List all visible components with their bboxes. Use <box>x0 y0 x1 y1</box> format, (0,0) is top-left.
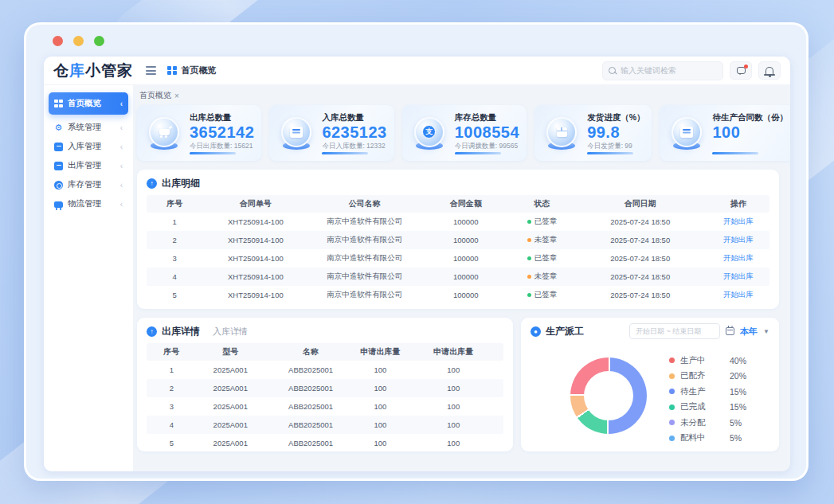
card-value: 99.8 <box>587 123 644 142</box>
request-qty: 100 <box>357 420 403 429</box>
request-qty: 100 <box>357 384 403 393</box>
search-input[interactable] <box>621 66 717 75</box>
stock-3d-icon: 支 <box>414 117 444 147</box>
search-icon <box>609 67 617 75</box>
inbound-3d-icon <box>281 117 311 147</box>
item-name: ABB2025001 <box>264 365 357 374</box>
notification-badge <box>744 64 748 68</box>
outbound-panel-icon: ↑ <box>147 178 157 189</box>
status-dot <box>527 256 531 260</box>
company-name: 南京中造软件有限公司 <box>308 290 421 300</box>
notifications-button[interactable] <box>758 61 781 80</box>
card-title: 待生产合同数（份） <box>712 112 788 123</box>
legend-item: 配料中5% <box>669 431 746 447</box>
contract-no: XHT250914-100 <box>202 291 308 299</box>
tab-label: 首页概览 <box>139 90 171 101</box>
sidebar-item-system[interactable]: ⚙ 系统管理 ‹ <box>49 119 128 136</box>
table-row: 5 2025A001 ABB2025001 100 100 <box>147 434 503 451</box>
card-underline <box>587 152 633 154</box>
card-underline <box>455 152 501 154</box>
sidebar-item-logistics[interactable]: 物流管理 ‹ <box>49 195 128 213</box>
column-header: 序号 <box>147 346 197 357</box>
maximize-window-button[interactable] <box>94 36 104 46</box>
card-value: 1008554 <box>455 123 519 142</box>
close-window-button[interactable] <box>53 36 63 46</box>
date-range-input[interactable] <box>629 323 720 339</box>
package-3d-icon <box>546 117 577 147</box>
chart-legend: 生产中40% 已配齐20% 待生产15% 已完成15% 未分配5% 配料中5% <box>669 353 746 446</box>
card-sub: 今日出库数量: 15621 <box>190 142 254 150</box>
tab-close-icon[interactable]: × <box>174 92 179 100</box>
breadcrumb: 首页概览 <box>182 64 217 76</box>
stat-card-pending-contracts: 待生产合同数（份） 100 <box>660 105 790 161</box>
table-row: 3 2025A001 ABB2025001 100 100 <box>147 397 503 416</box>
app-root: 仓库小管家 首页概览 <box>44 57 790 471</box>
row-index: 1 <box>147 217 202 226</box>
sidebar-item-home[interactable]: 首页概览 ‹ <box>49 92 128 115</box>
start-outbound-link[interactable]: 开始出库 <box>723 290 754 299</box>
panel-title: 出库明细 <box>162 177 200 190</box>
request-qty: 100 <box>357 439 403 447</box>
start-outbound-link[interactable]: 开始出库 <box>723 235 754 244</box>
legend-dot <box>669 404 675 410</box>
messages-button[interactable] <box>730 61 752 80</box>
legend-item: 未分配5% <box>669 415 746 431</box>
sidebar-item-inventory[interactable]: 库存管理 ‹ <box>49 176 128 193</box>
contract-amount: 100000 <box>421 291 511 299</box>
chevron-icon: ‹ <box>120 162 123 170</box>
contract-date: 2025-07-24 18:50 <box>574 217 707 226</box>
sidebar-item-label: 系统管理 <box>68 122 101 133</box>
status-dot <box>527 220 531 224</box>
sidebar-item-outbound[interactable]: 出库管理 ‹ <box>49 157 128 174</box>
start-outbound-link[interactable]: 开始出库 <box>723 217 754 225</box>
panel-title: 生产派工 <box>546 325 584 338</box>
request-qty: 100 <box>404 420 503 429</box>
status-badge: 未签章 <box>527 235 558 245</box>
legend-item: 生产中40% <box>669 353 746 369</box>
legend-dot <box>669 436 675 441</box>
column-header: 申请出库量 <box>357 346 403 357</box>
minimize-window-button[interactable] <box>73 36 84 46</box>
row-index: 2 <box>147 236 202 244</box>
sidebar-item-label: 入库管理 <box>68 141 101 152</box>
card-title: 出库总数量 <box>190 112 254 123</box>
card-underline <box>712 152 758 154</box>
card-sub: 今日调拨数量: 99565 <box>455 142 519 150</box>
tab-home-overview[interactable]: 首页概览 × <box>137 90 182 101</box>
card-title: 库存总数量 <box>455 112 519 123</box>
sidebar-item-label: 物流管理 <box>68 198 101 209</box>
card-sub <box>712 142 788 150</box>
status-dot <box>527 275 531 279</box>
table-row: 4 XHT250914-100 南京中造软件有限公司 100000 未签章 20… <box>147 268 769 286</box>
legend-item: 已完成15% <box>669 400 746 416</box>
tab-outbound-detail[interactable]: 出库详情 <box>162 325 200 338</box>
contract-3d-icon <box>672 117 702 147</box>
window-controls <box>53 36 104 46</box>
start-outbound-link[interactable]: 开始出库 <box>723 272 754 280</box>
tab-strip: 首页概览 × <box>137 88 779 104</box>
search-box[interactable] <box>602 61 723 80</box>
request-qty: 100 <box>404 384 503 393</box>
collapse-sidebar-icon[interactable] <box>146 66 156 75</box>
card-title: 入库总数量 <box>322 112 386 123</box>
logo-text-highlight: 库 <box>69 62 85 79</box>
stat-card-stock-total: 支 库存总数量 1008554 今日调拨数量: 99565 <box>402 105 527 161</box>
chevron-down-icon: ▼ <box>763 328 769 335</box>
main-content: 首页概览 × 出库总数量 3652142 今日出库数量: 15621 <box>133 85 790 471</box>
company-name: 南京中造软件有限公司 <box>308 272 421 282</box>
contract-amount: 100000 <box>421 217 511 226</box>
year-range-select[interactable]: 本年 <box>740 326 758 338</box>
contract-date: 2025-07-24 18:50 <box>574 254 707 263</box>
truck-icon <box>54 201 63 208</box>
sidebar-item-inbound[interactable]: 入库管理 ‹ <box>49 138 128 155</box>
item-name: ABB2025001 <box>264 420 357 429</box>
contract-no: XHT250914-100 <box>202 217 308 226</box>
outbound-box-icon <box>54 162 63 170</box>
start-outbound-link[interactable]: 开始出库 <box>723 253 754 262</box>
table-row: 5 XHT250914-100 南京中造软件有限公司 100000 已签章 20… <box>147 286 769 304</box>
row-index: 2 <box>147 384 197 393</box>
column-header: 状态 <box>511 198 573 209</box>
table-row: 1 2025A001 ABB2025001 100 100 <box>147 361 503 379</box>
stat-card-inbound-total: 入库总数量 6235123 今日入库数量: 12332 <box>269 105 394 161</box>
tab-inbound-detail[interactable]: 入库详情 <box>213 326 248 338</box>
